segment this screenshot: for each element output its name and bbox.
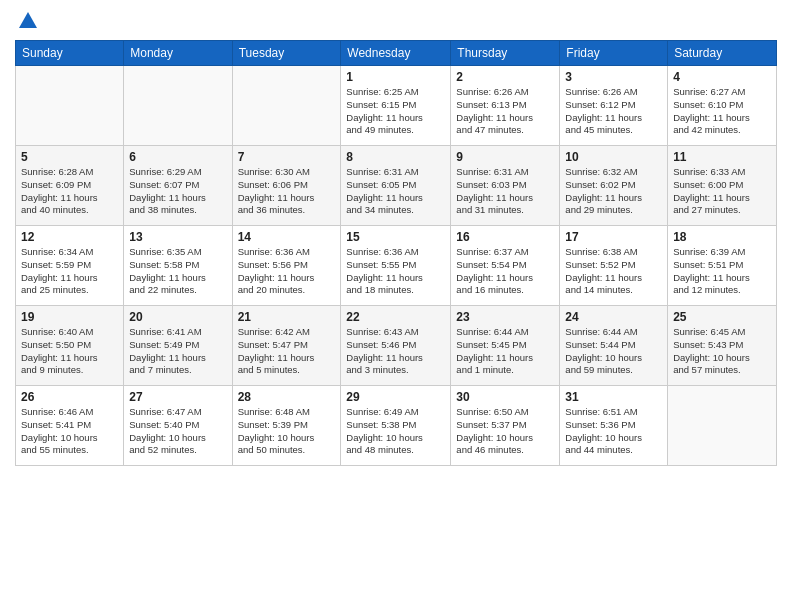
day-number: 20 [129,310,226,324]
calendar-cell: 27Sunrise: 6:47 AMSunset: 5:40 PMDayligh… [124,386,232,466]
day-number: 1 [346,70,445,84]
calendar-cell: 8Sunrise: 6:31 AMSunset: 6:05 PMDaylight… [341,146,451,226]
day-info: Sunrise: 6:31 AMSunset: 6:03 PMDaylight:… [456,166,554,217]
day-number: 10 [565,150,662,164]
calendar-cell: 25Sunrise: 6:45 AMSunset: 5:43 PMDayligh… [668,306,777,386]
day-number: 17 [565,230,662,244]
calendar-cell: 24Sunrise: 6:44 AMSunset: 5:44 PMDayligh… [560,306,668,386]
week-row-1: 1Sunrise: 6:25 AMSunset: 6:15 PMDaylight… [16,66,777,146]
day-number: 15 [346,230,445,244]
weekday-header-thursday: Thursday [451,41,560,66]
day-info: Sunrise: 6:38 AMSunset: 5:52 PMDaylight:… [565,246,662,297]
calendar-cell: 13Sunrise: 6:35 AMSunset: 5:58 PMDayligh… [124,226,232,306]
weekday-header-sunday: Sunday [16,41,124,66]
weekday-header-monday: Monday [124,41,232,66]
day-number: 25 [673,310,771,324]
day-info: Sunrise: 6:34 AMSunset: 5:59 PMDaylight:… [21,246,118,297]
day-number: 12 [21,230,118,244]
calendar-cell: 14Sunrise: 6:36 AMSunset: 5:56 PMDayligh… [232,226,341,306]
day-info: Sunrise: 6:26 AMSunset: 6:12 PMDaylight:… [565,86,662,137]
day-number: 27 [129,390,226,404]
logo [15,10,39,32]
day-info: Sunrise: 6:36 AMSunset: 5:55 PMDaylight:… [346,246,445,297]
header-row [15,10,777,32]
day-number: 5 [21,150,118,164]
day-number: 23 [456,310,554,324]
day-info: Sunrise: 6:31 AMSunset: 6:05 PMDaylight:… [346,166,445,217]
day-info: Sunrise: 6:47 AMSunset: 5:40 PMDaylight:… [129,406,226,457]
day-number: 18 [673,230,771,244]
day-number: 31 [565,390,662,404]
day-info: Sunrise: 6:33 AMSunset: 6:00 PMDaylight:… [673,166,771,217]
calendar-cell [16,66,124,146]
day-info: Sunrise: 6:39 AMSunset: 5:51 PMDaylight:… [673,246,771,297]
calendar-cell: 10Sunrise: 6:32 AMSunset: 6:02 PMDayligh… [560,146,668,226]
calendar-cell: 20Sunrise: 6:41 AMSunset: 5:49 PMDayligh… [124,306,232,386]
day-number: 3 [565,70,662,84]
weekday-header-row: SundayMondayTuesdayWednesdayThursdayFrid… [16,41,777,66]
calendar-cell: 29Sunrise: 6:49 AMSunset: 5:38 PMDayligh… [341,386,451,466]
calendar-cell: 17Sunrise: 6:38 AMSunset: 5:52 PMDayligh… [560,226,668,306]
calendar-cell: 26Sunrise: 6:46 AMSunset: 5:41 PMDayligh… [16,386,124,466]
calendar-cell: 12Sunrise: 6:34 AMSunset: 5:59 PMDayligh… [16,226,124,306]
week-row-3: 12Sunrise: 6:34 AMSunset: 5:59 PMDayligh… [16,226,777,306]
day-number: 9 [456,150,554,164]
calendar-cell: 22Sunrise: 6:43 AMSunset: 5:46 PMDayligh… [341,306,451,386]
calendar-cell: 16Sunrise: 6:37 AMSunset: 5:54 PMDayligh… [451,226,560,306]
calendar-cell: 21Sunrise: 6:42 AMSunset: 5:47 PMDayligh… [232,306,341,386]
calendar-cell: 28Sunrise: 6:48 AMSunset: 5:39 PMDayligh… [232,386,341,466]
svg-marker-0 [19,12,37,28]
day-info: Sunrise: 6:50 AMSunset: 5:37 PMDaylight:… [456,406,554,457]
day-number: 26 [21,390,118,404]
weekday-header-wednesday: Wednesday [341,41,451,66]
day-number: 16 [456,230,554,244]
day-number: 11 [673,150,771,164]
day-info: Sunrise: 6:42 AMSunset: 5:47 PMDaylight:… [238,326,336,377]
week-row-5: 26Sunrise: 6:46 AMSunset: 5:41 PMDayligh… [16,386,777,466]
calendar-cell: 30Sunrise: 6:50 AMSunset: 5:37 PMDayligh… [451,386,560,466]
weekday-header-friday: Friday [560,41,668,66]
calendar-cell: 7Sunrise: 6:30 AMSunset: 6:06 PMDaylight… [232,146,341,226]
day-info: Sunrise: 6:30 AMSunset: 6:06 PMDaylight:… [238,166,336,217]
day-number: 13 [129,230,226,244]
calendar-cell: 11Sunrise: 6:33 AMSunset: 6:00 PMDayligh… [668,146,777,226]
day-info: Sunrise: 6:44 AMSunset: 5:45 PMDaylight:… [456,326,554,377]
week-row-4: 19Sunrise: 6:40 AMSunset: 5:50 PMDayligh… [16,306,777,386]
day-info: Sunrise: 6:51 AMSunset: 5:36 PMDaylight:… [565,406,662,457]
day-number: 14 [238,230,336,244]
day-info: Sunrise: 6:25 AMSunset: 6:15 PMDaylight:… [346,86,445,137]
weekday-header-saturday: Saturday [668,41,777,66]
calendar-table: SundayMondayTuesdayWednesdayThursdayFrid… [15,40,777,466]
day-info: Sunrise: 6:37 AMSunset: 5:54 PMDaylight:… [456,246,554,297]
calendar-cell: 1Sunrise: 6:25 AMSunset: 6:15 PMDaylight… [341,66,451,146]
day-number: 28 [238,390,336,404]
calendar-cell: 18Sunrise: 6:39 AMSunset: 5:51 PMDayligh… [668,226,777,306]
day-info: Sunrise: 6:27 AMSunset: 6:10 PMDaylight:… [673,86,771,137]
calendar-cell: 4Sunrise: 6:27 AMSunset: 6:10 PMDaylight… [668,66,777,146]
calendar-cell [232,66,341,146]
day-info: Sunrise: 6:28 AMSunset: 6:09 PMDaylight:… [21,166,118,217]
day-number: 2 [456,70,554,84]
day-number: 19 [21,310,118,324]
day-info: Sunrise: 6:36 AMSunset: 5:56 PMDaylight:… [238,246,336,297]
day-info: Sunrise: 6:46 AMSunset: 5:41 PMDaylight:… [21,406,118,457]
calendar-cell: 31Sunrise: 6:51 AMSunset: 5:36 PMDayligh… [560,386,668,466]
day-info: Sunrise: 6:44 AMSunset: 5:44 PMDaylight:… [565,326,662,377]
day-info: Sunrise: 6:26 AMSunset: 6:13 PMDaylight:… [456,86,554,137]
day-number: 29 [346,390,445,404]
day-info: Sunrise: 6:35 AMSunset: 5:58 PMDaylight:… [129,246,226,297]
page-container: SundayMondayTuesdayWednesdayThursdayFrid… [0,0,792,476]
day-number: 7 [238,150,336,164]
day-info: Sunrise: 6:45 AMSunset: 5:43 PMDaylight:… [673,326,771,377]
weekday-header-tuesday: Tuesday [232,41,341,66]
day-number: 4 [673,70,771,84]
calendar-cell: 9Sunrise: 6:31 AMSunset: 6:03 PMDaylight… [451,146,560,226]
calendar-cell: 23Sunrise: 6:44 AMSunset: 5:45 PMDayligh… [451,306,560,386]
week-row-2: 5Sunrise: 6:28 AMSunset: 6:09 PMDaylight… [16,146,777,226]
day-number: 21 [238,310,336,324]
calendar-cell: 3Sunrise: 6:26 AMSunset: 6:12 PMDaylight… [560,66,668,146]
calendar-cell: 19Sunrise: 6:40 AMSunset: 5:50 PMDayligh… [16,306,124,386]
day-info: Sunrise: 6:43 AMSunset: 5:46 PMDaylight:… [346,326,445,377]
calendar-cell: 6Sunrise: 6:29 AMSunset: 6:07 PMDaylight… [124,146,232,226]
day-info: Sunrise: 6:41 AMSunset: 5:49 PMDaylight:… [129,326,226,377]
